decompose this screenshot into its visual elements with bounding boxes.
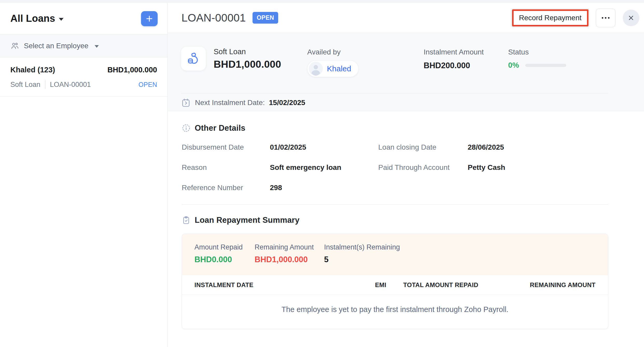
loan-item-amount: BHD1,000.000 bbox=[107, 66, 157, 74]
instalment-amount-label: Instalment Amount bbox=[424, 48, 484, 56]
loan-detail-header: LOAN-00001 OPEN Record Repayment bbox=[168, 3, 644, 33]
loan-item-number: LOAN-00001 bbox=[50, 81, 91, 89]
column-header: INSTALMENT DATE bbox=[194, 281, 340, 289]
next-instalment-label: Next Instalment Date: bbox=[195, 99, 265, 107]
empty-state-message: The employee is yet to pay the first ins… bbox=[182, 295, 608, 329]
loan-detail-body: Other Details Disbursement Date 01/02/20… bbox=[168, 123, 644, 329]
detail-label: Reference Number bbox=[182, 184, 270, 192]
other-details-grid: Disbursement Date 01/02/2025 Loan closin… bbox=[182, 143, 644, 192]
select-employee-dropdown[interactable]: Select an Employee bbox=[0, 34, 167, 57]
loan-item-employee: Khaled (123) bbox=[10, 66, 55, 74]
loan-item-type: Soft Loan bbox=[10, 81, 40, 89]
employees-icon bbox=[10, 41, 19, 50]
divider bbox=[182, 204, 608, 205]
detail-value: Petty Cash bbox=[468, 163, 644, 172]
detail-value: Soft emergency loan bbox=[270, 163, 378, 172]
repayment-summary-heading: Loan Repayment Summary bbox=[195, 216, 299, 225]
employee-link-pill[interactable]: Khaled bbox=[307, 60, 359, 77]
money-bag-icon bbox=[186, 51, 201, 66]
record-repayment-button[interactable]: Record Repayment bbox=[511, 8, 590, 27]
avatar bbox=[309, 62, 323, 76]
divider bbox=[181, 93, 608, 93]
calendar-next-icon bbox=[181, 98, 191, 108]
availed-by-label: Availed by bbox=[307, 48, 359, 56]
add-loan-button[interactable] bbox=[141, 11, 158, 26]
close-button[interactable] bbox=[623, 10, 639, 26]
loans-filter-dropdown[interactable]: All Loans bbox=[10, 13, 64, 24]
detail-label: Reason bbox=[182, 163, 270, 172]
column-header: REMAINING AMOUNT bbox=[495, 281, 596, 289]
instalments-remaining-label: Instalment(s) Remaining bbox=[324, 243, 400, 251]
loan-detail-panel: LOAN-00001 OPEN Record Repayment Soft Lo… bbox=[168, 3, 644, 347]
clipboard-check-icon bbox=[182, 216, 191, 225]
column-header: EMI bbox=[340, 281, 386, 289]
select-employee-label: Select an Employee bbox=[24, 42, 88, 50]
detail-value: 01/02/2025 bbox=[270, 143, 378, 151]
loan-icon-tile bbox=[181, 47, 206, 71]
loan-item-status: OPEN bbox=[138, 81, 157, 88]
loans-sidebar: All Loans Select an Employee Khaled (123… bbox=[0, 3, 168, 347]
progress-percent: 0% bbox=[508, 61, 519, 70]
detail-label: Loan closing Date bbox=[378, 143, 468, 151]
detail-label: Disbursement Date bbox=[182, 143, 270, 151]
detail-label: Paid Through Account bbox=[378, 163, 468, 172]
loan-type-label: Soft Loan bbox=[214, 47, 281, 56]
repayment-stats: Amount Repaid BHD0.000 Remaining Amount … bbox=[182, 234, 608, 275]
detail-value: 298 bbox=[270, 184, 378, 192]
amount-repaid-value: BHD0.000 bbox=[194, 255, 255, 264]
amount-repaid-label: Amount Repaid bbox=[194, 243, 255, 251]
repayment-summary-card: Amount Repaid BHD0.000 Remaining Amount … bbox=[182, 234, 608, 329]
close-icon bbox=[627, 14, 635, 22]
chevron-down-icon bbox=[59, 18, 64, 21]
remaining-amount-label: Remaining Amount bbox=[255, 243, 324, 251]
more-options-button[interactable] bbox=[596, 9, 615, 27]
instalments-table-header: INSTALMENT DATE EMI TOTAL AMOUNT REPAID … bbox=[182, 275, 608, 295]
page-title: LOAN-00001 bbox=[181, 12, 246, 24]
detail-value: 28/06/2025 bbox=[468, 143, 644, 151]
status-label: Status bbox=[508, 48, 566, 56]
loan-list-item[interactable]: Khaled (123) BHD1,000.000 Soft Loan LOAN… bbox=[0, 57, 167, 97]
next-instalment-date: 15/02/2025 bbox=[269, 99, 305, 107]
progress-bar bbox=[525, 64, 566, 67]
employee-link[interactable]: Khaled bbox=[327, 64, 351, 73]
loan-overview-band: Soft Loan BHD1,000.000 Availed by Khaled… bbox=[168, 33, 644, 111]
sidebar-header: All Loans bbox=[0, 3, 167, 34]
plus-icon bbox=[145, 15, 153, 23]
chevron-down-icon bbox=[95, 45, 99, 48]
divider bbox=[45, 80, 45, 89]
status-badge: OPEN bbox=[253, 12, 278, 24]
loan-amount-value: BHD1,000.000 bbox=[214, 59, 281, 70]
ellipsis-icon bbox=[601, 17, 610, 19]
column-header: TOTAL AMOUNT REPAID bbox=[386, 281, 495, 289]
other-details-heading: Other Details bbox=[195, 123, 246, 133]
instalments-remaining-value: 5 bbox=[324, 255, 400, 264]
sidebar-title: All Loans bbox=[10, 13, 55, 24]
window-top-strip bbox=[0, 0, 644, 3]
info-icon bbox=[182, 124, 191, 133]
instalment-amount-value: BHD200.000 bbox=[424, 61, 484, 70]
remaining-amount-value: BHD1,000.000 bbox=[255, 255, 324, 264]
